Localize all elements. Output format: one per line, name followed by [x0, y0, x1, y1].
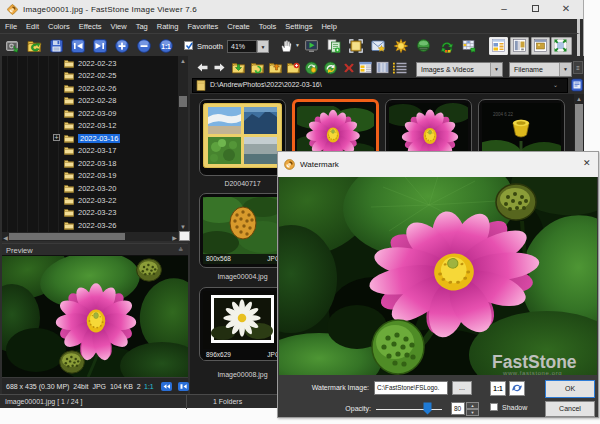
svg-text:2004 6 22: 2004 6 22: [493, 112, 514, 117]
svg-text:1:1: 1:1: [161, 43, 171, 50]
